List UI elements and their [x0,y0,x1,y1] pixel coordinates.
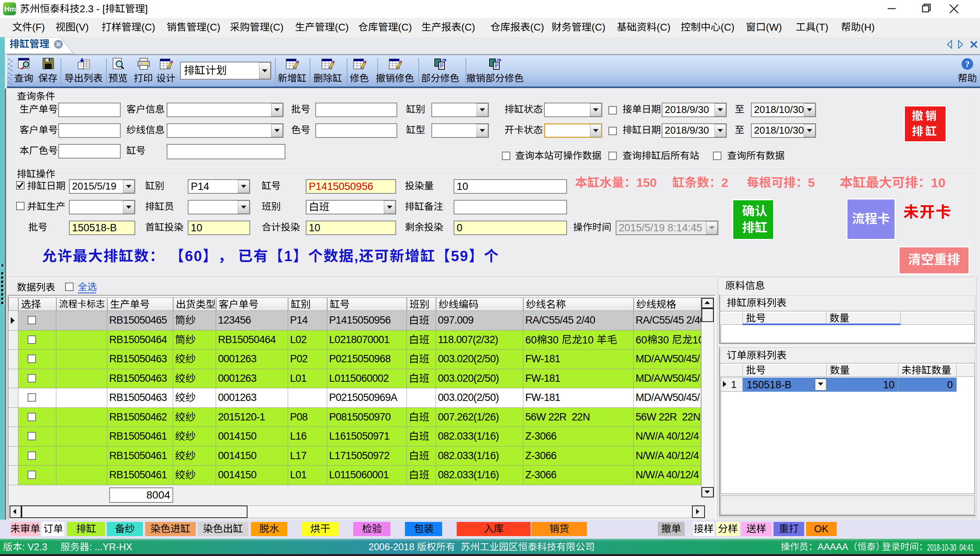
svg-text:123456: 123456 [218,314,251,326]
svg-text:RB15050462: RB15050462 [109,411,167,422]
svg-text:0001263: 0001263 [218,392,256,403]
svg-text:L16: L16 [290,430,306,442]
svg-text:RB15050463: RB15050463 [109,372,167,384]
svg-text:L01: L01 [290,469,306,481]
svg-text:(C): (C) [721,21,734,33]
svg-text:P1415050956: P1415050956 [309,180,373,192]
svg-text:150518-B: 150518-B [747,379,792,391]
svg-text:L0218070001: L0218070001 [329,334,389,345]
svg-text:10: 10 [309,222,320,233]
svg-text:0014150: 0014150 [218,430,256,442]
svg-text:: V2.3: : V2.3 [22,541,47,552]
svg-text:RB15050463: RB15050463 [109,392,167,403]
svg-text:(C): (C) [657,21,670,33]
svg-text:P1415050956: P1415050956 [329,314,390,326]
svg-text:,: , [354,248,359,264]
svg-text:5: 5 [808,176,815,190]
svg-text:(C): (C) [141,21,155,33]
svg-text:0014150: 0014150 [218,450,256,461]
svg-text:RB15050461: RB15050461 [109,469,167,481]
svg-text:RB15050461: RB15050461 [109,450,167,461]
svg-text:L17: L17 [290,450,306,461]
svg-text:(C): (C) [398,21,412,33]
svg-text:2018/10/30: 2018/10/30 [754,124,804,136]
svg-text:N/W/A 40/12/4: N/W/A 40/12/4 [636,430,699,442]
svg-text:30: 30 [657,334,669,345]
svg-text:P0215050968: P0215050968 [329,353,390,365]
svg-text:(T): (T) [816,21,828,33]
svg-text:10: 10 [931,175,946,190]
svg-text:007.262(1/26): 007.262(1/26) [438,411,499,422]
svg-text:10: 10 [883,379,895,391]
svg-text:097.009: 097.009 [438,314,474,326]
svg-text:2015/5/19: 2015/5/19 [72,180,116,192]
svg-text:59: 59 [451,248,469,264]
svg-text:FW-181: FW-181 [525,353,560,365]
svg-text:0001263: 0001263 [218,372,256,384]
svg-text:2018/10/30: 2018/10/30 [754,104,804,115]
svg-text:(C): (C) [461,21,475,33]
svg-text:OK: OK [814,523,829,535]
svg-text:2018/9/30: 2018/9/30 [665,104,709,115]
svg-text:: ...YR-HX: : ...YR-HX [89,541,133,552]
svg-text:RB15050461: RB15050461 [109,430,167,442]
svg-text:(W): (W) [766,21,782,33]
svg-text:P0215050969A: P0215050969A [329,392,397,403]
svg-text:003.020(2/50): 003.020(2/50) [438,353,499,365]
svg-text:MD/A/W50/45/: MD/A/W50/45/ [636,353,700,365]
svg-text:0: 0 [947,379,953,391]
svg-text:56W 22R 22N: 56W 22R 22N [636,411,700,422]
svg-text:MD/A/W50/45/: MD/A/W50/45/ [636,392,700,403]
svg-text:P08: P08 [290,411,308,422]
svg-text:N/W/A 40/12/4: N/W/A 40/12/4 [636,469,699,481]
svg-text:2: 2 [721,176,728,190]
svg-text:Hm: Hm [4,5,16,13]
svg-text:082.033(1/16): 082.033(1/16) [438,469,499,481]
svg-text:(C): (C) [335,21,349,33]
svg-text:P14: P14 [290,314,308,326]
svg-text:10: 10 [191,222,202,233]
svg-text:?: ? [965,59,970,69]
svg-text:0014150: 0014150 [218,469,256,481]
svg-text:N/W/A 40/12/4: N/W/A 40/12/4 [636,450,699,461]
svg-text:Z-3066: Z-3066 [525,469,556,481]
svg-text:AAAAA: AAAAA [818,541,848,552]
svg-text:(C): (C) [530,21,544,33]
svg-text:RA/C55/45 2/40: RA/C55/45 2/40 [636,314,705,326]
svg-text:2015/5/19 8:14:45: 2015/5/19 8:14:45 [619,222,702,233]
svg-text:10: 10 [457,180,468,192]
svg-text:(H): (H) [861,21,875,33]
svg-text:150: 150 [636,176,657,190]
svg-text:118.007(2/32): 118.007(2/32) [438,334,498,345]
svg-text:150518-B: 150518-B [72,222,117,233]
svg-text:(C): (C) [206,21,220,33]
svg-text:P02: P02 [290,353,308,365]
svg-text:(C): (C) [592,21,605,33]
svg-text:L0115060002: L0115060002 [329,372,388,384]
svg-text:8004: 8004 [146,489,170,500]
svg-text:60: 60 [185,248,203,264]
svg-text:RB15050464: RB15050464 [109,334,167,345]
svg-text:30: 30 [547,334,559,345]
svg-text:P0815050970: P0815050970 [329,411,390,422]
svg-text:60: 60 [525,334,537,345]
svg-text:L1615050971: L1615050971 [329,430,389,442]
svg-text:RB15050464: RB15050464 [218,334,276,345]
svg-text:RA/C55/45 2/40: RA/C55/45 2/40 [525,314,595,326]
svg-text:]: ] [145,3,148,15]
svg-text:L0115060001: L0115060001 [329,469,388,481]
svg-text:56W 22R 22N: 56W 22R 22N [525,411,590,422]
svg-text:RB15050465: RB15050465 [109,314,167,326]
svg-text:(V): (V) [75,21,89,33]
svg-text:Z-3066: Z-3066 [525,450,556,461]
svg-text:003.020(2/50): 003.020(2/50) [438,372,499,384]
svg-text:1: 1 [284,248,293,264]
svg-text:FW-181: FW-181 [525,372,560,384]
svg-text:2015120-1: 2015120-1 [218,411,265,422]
svg-text:L01: L01 [290,372,306,384]
svg-text:0001263: 0001263 [218,353,256,365]
svg-text:L02: L02 [290,334,306,345]
svg-text:FW-181: FW-181 [525,392,560,403]
svg-text:(C): (C) [270,21,284,33]
svg-text:MD/A/W50/45/: MD/A/W50/45/ [636,372,700,384]
